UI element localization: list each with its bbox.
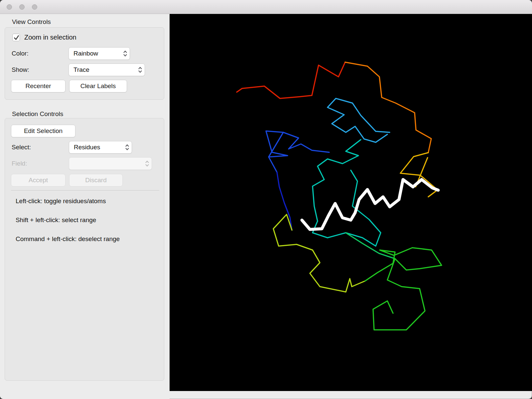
select-dropdown[interactable]: Residues — [69, 141, 132, 154]
zoom-button[interactable] — [32, 4, 37, 10]
molecule-segment-green — [365, 248, 442, 330]
field-label: Field: — [12, 160, 27, 167]
zoom-in-selection-label: Zoom in selection — [24, 34, 76, 41]
show-dropdown-value: Trace — [73, 66, 89, 73]
selection-controls-group: Edit Selection Select: Residues Field: — [5, 118, 164, 381]
color-dropdown[interactable]: Rainbow — [68, 47, 130, 60]
molecule-segment-red — [237, 62, 345, 98]
color-label: Color: — [12, 50, 29, 57]
chevron-up-down-icon — [145, 160, 150, 168]
checkmark-icon — [13, 34, 20, 41]
show-dropdown[interactable]: Trace — [68, 64, 145, 76]
help-divider — [11, 190, 159, 191]
recenter-button[interactable]: Recenter — [11, 80, 66, 92]
help-line-left-click: Left-click: toggle residues/atoms — [16, 198, 106, 205]
molecule-segment-lightblue — [328, 98, 390, 142]
molecule-segment-teal-lower — [313, 170, 381, 246]
chevron-up-down-icon — [125, 143, 130, 151]
molecule-segment-yellowgreen — [273, 214, 365, 292]
accept-button: Accept — [11, 174, 66, 187]
minimize-button[interactable] — [19, 4, 25, 10]
titlebar[interactable] — [0, 0, 532, 14]
selection-controls-heading: Selection Controls — [12, 110, 63, 118]
molecule-segment-blue — [266, 131, 329, 172]
view-controls-group: Zoom in selection Color: Rainbow Show: T… — [5, 27, 164, 100]
molecule-trace — [170, 14, 532, 391]
help-line-shift-click: Shift + left-click: select range — [16, 216, 96, 224]
help-line-command-click: Command + left-click: deselect range — [16, 235, 120, 243]
sidebar: View Controls Zoom in selection Color: R… — [0, 14, 170, 399]
window-controls — [7, 4, 37, 10]
molecule-segment-darkblue — [277, 172, 292, 230]
color-dropdown-value: Rainbow — [73, 50, 98, 57]
select-label: Select: — [12, 144, 31, 151]
view-controls-heading: View Controls — [12, 18, 51, 26]
chevron-up-down-icon — [138, 66, 143, 74]
molecule-segment-springgreen — [346, 233, 395, 259]
zoom-in-selection-checkbox[interactable] — [12, 34, 20, 41]
app-window: View Controls Zoom in selection Color: R… — [0, 0, 532, 399]
molecule-segment-gold — [400, 153, 438, 197]
edit-selection-button[interactable]: Edit Selection — [11, 125, 75, 137]
field-dropdown — [69, 157, 152, 170]
close-button[interactable] — [7, 4, 12, 10]
chevron-up-down-icon — [123, 50, 128, 58]
molecule-viewport[interactable] — [170, 14, 532, 391]
molecule-segment-orange — [345, 62, 431, 153]
select-dropdown-value: Residues — [74, 144, 100, 151]
discard-button: Discard — [69, 174, 123, 187]
zoom-in-selection-row[interactable]: Zoom in selection — [12, 34, 76, 41]
show-label: Show: — [12, 66, 29, 73]
molecule-segment-selection-white — [302, 180, 438, 229]
clear-labels-button[interactable]: Clear Labels — [69, 80, 127, 92]
